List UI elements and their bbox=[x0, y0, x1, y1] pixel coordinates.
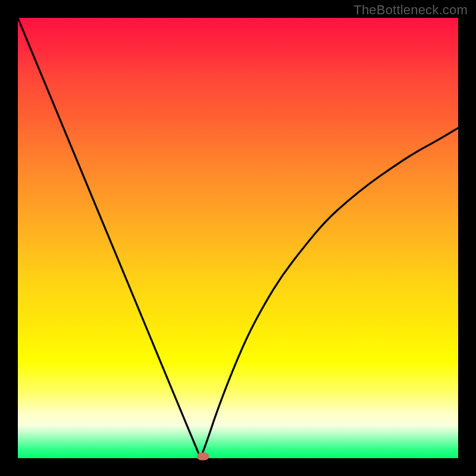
chart-frame: TheBottleneck.com bbox=[0, 0, 476, 476]
curve-path bbox=[18, 18, 458, 456]
curve-svg bbox=[18, 18, 458, 458]
highlight-marker bbox=[197, 453, 209, 461]
plot-area bbox=[18, 18, 458, 458]
watermark-text: TheBottleneck.com bbox=[353, 2, 468, 18]
